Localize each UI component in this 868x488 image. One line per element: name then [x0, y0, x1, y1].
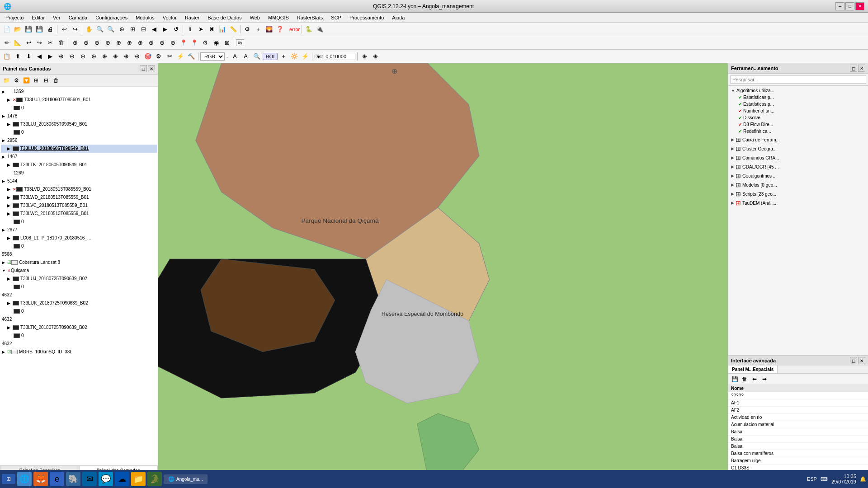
expand-icon[interactable]: ▶ [2, 137, 7, 144]
expand-icon[interactable]: ▶ [2, 348, 7, 356]
expand-all-button[interactable]: ⊞ [32, 76, 41, 85]
zoom-next-button[interactable]: ▶ [160, 24, 170, 34]
interface-close[interactable]: ✕ [858, 357, 865, 364]
snap2-button[interactable]: ⊕ [81, 38, 91, 48]
snap11-button[interactable]: 📍 [179, 38, 189, 48]
deselect-button[interactable]: ✖ [207, 24, 217, 34]
digitize-5[interactable]: ✂ [45, 38, 55, 48]
expand-icon[interactable]: ▶ [7, 96, 13, 103]
raster-10[interactable]: ⊕ [99, 52, 109, 61]
raster-12[interactable]: ⊕ [121, 52, 131, 61]
list-item[interactable]: ▶ T33LTK_20180725T090639_B02 [1, 324, 157, 332]
add-group-button[interactable]: 📁 [2, 76, 11, 85]
menu-web[interactable]: Web [246, 14, 264, 21]
taskbar-app-qgis[interactable]: 🌐 Angola_ma... [164, 474, 208, 484]
search-input[interactable] [730, 75, 866, 84]
name-item[interactable]: ????? [728, 392, 868, 399]
algo-item-redefinir[interactable]: ✔ Redefinir ca... [729, 128, 867, 135]
raster-3[interactable]: ⬇ [24, 52, 33, 61]
raster-13[interactable]: ⊕ [132, 52, 142, 61]
raster-1[interactable]: 📋 [2, 52, 12, 61]
rgb-selector[interactable]: RGB Gray [200, 52, 225, 61]
algo-group-modelos[interactable]: ▶ ⊞ Modelos [0 geo... [729, 180, 867, 189]
check-icon[interactable]: ☑ [7, 259, 11, 266]
raster-7[interactable]: ⊕ [67, 52, 77, 61]
algo-group-comandos[interactable]: ▶ ⊞ Comandos GRA... [729, 153, 867, 162]
menu-rasterstats[interactable]: RasterStats [293, 14, 326, 21]
x-mark-icon[interactable]: ✕ [13, 96, 16, 103]
expand-icon[interactable]: ▶ [7, 324, 13, 331]
expand-icon[interactable]: ▶ [7, 121, 13, 128]
right-panel-close[interactable]: ✕ [858, 65, 865, 72]
iface-btn-4[interactable]: ➡ [760, 375, 769, 384]
algo-group-gdal[interactable]: ▶ ⊞ GDAL/OGR [45 ... [729, 162, 867, 171]
list-item[interactable]: ▶ T33LUJ_20180725T090639_B02 [1, 275, 157, 283]
menu-projecto[interactable]: Projecto [2, 14, 27, 21]
open-project-button[interactable]: 📂 [13, 24, 23, 34]
taskbar-firefox[interactable]: 🦊 [33, 472, 48, 486]
name-item[interactable]: AF2 [728, 407, 868, 414]
list-item[interactable]: ▶ LC08_L1TP_181070_20180516_... [1, 234, 157, 242]
dist-input[interactable] [324, 53, 355, 60]
algo-group-caixa[interactable]: ▶ ⊞ Caixa de Ferram... [729, 135, 867, 144]
menu-scp[interactable]: SCP [327, 14, 345, 21]
algo-group-scripts[interactable]: ▶ ⊞ Scripts [23 geo... [729, 189, 867, 198]
list-item[interactable]: ▶ T33LTK_20180605T090549_B01 [1, 161, 157, 169]
algo-item-estatisticas1[interactable]: ✔ Estatísticas p... [729, 94, 867, 101]
menu-raster[interactable]: Raster [181, 14, 203, 21]
remove-layer-button[interactable]: 🗑 [52, 76, 61, 85]
iface-btn-3[interactable]: ⬅ [750, 375, 759, 384]
expand-icon[interactable]: ▶ [7, 300, 13, 307]
panel-restore-button[interactable]: ◻ [140, 65, 147, 72]
tab-panel-m[interactable]: Panel M...Espaciais [728, 366, 778, 373]
name-item[interactable]: Barragem uige [728, 457, 868, 465]
list-item[interactable]: ▶ ✕ T33LVD_20180513T085559_B01 [1, 185, 157, 193]
iface-btn-1[interactable]: 💾 [730, 375, 739, 384]
list-item[interactable]: ▶ T33LUK_20180605T090549_B01 [1, 145, 157, 153]
expand-icon[interactable]: ▶ [7, 145, 13, 152]
filter-layers-button[interactable]: 🔽 [22, 76, 31, 85]
select-button[interactable]: ➤ [196, 24, 206, 34]
plugin-button[interactable]: 🔌 [315, 24, 325, 34]
digitize-6[interactable]: 🗑 [56, 38, 66, 48]
node1-button[interactable]: ◉ [211, 38, 221, 48]
name-item[interactable]: Balsa [728, 436, 868, 443]
algo-group-cluster[interactable]: ▶ ⊞ Cluster Geogra... [729, 144, 867, 153]
expand-icon[interactable]: ▶ [7, 235, 13, 242]
x-mark-icon[interactable]: ✕ [13, 186, 16, 193]
taskbar-onedrive[interactable]: ☁ [115, 472, 129, 486]
panel-close-button[interactable]: ✕ [148, 65, 155, 72]
algo-item-number[interactable]: ✔ Number of un... [729, 108, 867, 114]
algo-item-dissolve[interactable]: ✔ Dissolve [729, 114, 867, 121]
algo-group-header-recent[interactable]: ▼ Algoritmos utiliza... [729, 87, 867, 94]
save-project-button[interactable]: 💾 [24, 24, 33, 34]
taskbar-skype[interactable]: 💬 [99, 472, 113, 486]
digitize-3[interactable]: ↩ [24, 38, 33, 48]
algo-group-taudem[interactable]: ▶ ⊞ TauDEM (Análi... [729, 198, 867, 207]
expand-icon[interactable]: ▶ [2, 259, 7, 266]
list-item[interactable]: ▶ T33LWD_20180513T085559_B01 [1, 193, 157, 202]
list-item[interactable]: ▶ T33LWC_20180513T085559_B01 [1, 210, 157, 218]
interface-restore[interactable]: ◻ [850, 357, 857, 364]
manage-layers-button[interactable]: ⚙ [12, 76, 21, 85]
zoom-out-button[interactable]: 🔍 [106, 24, 116, 34]
name-item[interactable]: Balsa con mamíferos [728, 450, 868, 457]
raster-17[interactable]: ⚡ [175, 52, 185, 61]
menu-ajuda[interactable]: Ajuda [388, 14, 408, 21]
undo-button[interactable]: ↩ [59, 24, 69, 34]
digitize-2[interactable]: 📐 [13, 38, 23, 48]
right-panel-restore[interactable]: ◻ [850, 65, 857, 72]
snap9-button[interactable]: ⊕ [157, 38, 167, 48]
check-icon[interactable]: ☑ [7, 348, 11, 356]
expand-icon[interactable]: ▶ [7, 194, 13, 201]
raster-4[interactable]: ◀ [34, 52, 44, 61]
menu-mmqgis[interactable]: MMQGIS [264, 14, 292, 21]
menu-camada[interactable]: Camada [65, 14, 91, 21]
snap3-button[interactable]: ⊕ [92, 38, 102, 48]
algo-group-geoalgoritmos[interactable]: ▶ ⊞ Geoalgoritmos ... [729, 171, 867, 180]
zoom-selection-button[interactable]: ⊞ [127, 24, 137, 34]
roi-3[interactable]: 🔆 [289, 52, 299, 61]
snap8-button[interactable]: ⊕ [146, 38, 156, 48]
maximize-button[interactable]: □ [845, 2, 854, 10]
menu-configuracoes[interactable]: Configurações [92, 14, 131, 21]
